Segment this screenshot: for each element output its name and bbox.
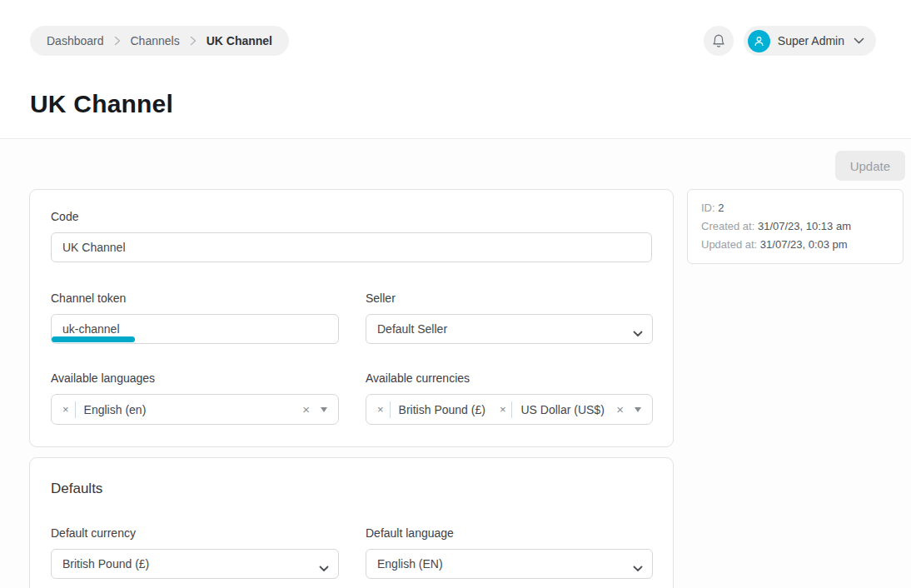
created-at-label: Created at: xyxy=(701,220,754,232)
seller-label: Seller xyxy=(366,290,653,306)
created-at-value: 31/07/23, 10:13 am xyxy=(758,220,851,232)
notifications-button[interactable] xyxy=(704,26,734,56)
clear-all-icon[interactable]: × xyxy=(302,403,310,416)
dropdown-caret-icon[interactable] xyxy=(321,407,327,412)
channel-token-input[interactable] xyxy=(51,314,339,344)
chip-label: US Dollar (US$) xyxy=(512,403,614,416)
defaults-card: Defaults Default currency British Pound … xyxy=(29,457,674,588)
defaults-row: Default currency British Pound (£) Defau… xyxy=(51,525,652,579)
channel-token-input-wrap xyxy=(51,314,339,344)
default-currency-select[interactable]: British Pound (£) xyxy=(51,549,339,579)
available-languages-label: Available languages xyxy=(51,370,339,386)
default-language-label: Default language xyxy=(366,525,653,541)
default-currency-field-group: Default currency British Pound (£) xyxy=(51,525,339,579)
top-bar: Dashboard Channels UK Channel Super Admi… xyxy=(0,0,911,139)
seller-select-wrap: Default Seller xyxy=(366,314,653,344)
user-name: Super Admin xyxy=(778,34,844,47)
breadcrumb: Dashboard Channels UK Channel xyxy=(30,26,289,56)
entity-info-card: ID: 2 Created at: 31/07/23, 10:13 am Upd… xyxy=(687,189,904,264)
top-right-actions: Super Admin xyxy=(704,26,876,56)
id-label: ID: xyxy=(701,202,715,214)
seller-select[interactable]: Default Seller xyxy=(366,314,653,344)
channel-token-label: Channel token xyxy=(51,290,339,306)
seller-field-group: Seller Default Seller xyxy=(366,290,653,344)
default-language-field-group: Default language English (EN) xyxy=(366,525,653,579)
user-menu-button[interactable]: Super Admin xyxy=(744,26,876,56)
user-icon xyxy=(753,35,765,47)
clear-all-icon[interactable]: × xyxy=(616,403,624,416)
created-at-row: Created at: 31/07/23, 10:13 am xyxy=(701,217,889,236)
selected-language-chip: × English (en) xyxy=(58,400,156,420)
chip-label: English (en) xyxy=(76,403,157,416)
multiselect-controls: × xyxy=(302,403,330,416)
token-seller-row: Channel token Seller Default Seller xyxy=(51,290,652,344)
remove-option-icon[interactable]: × xyxy=(495,404,512,415)
updated-at-label: Updated at: xyxy=(701,238,757,251)
updated-at-value: 31/07/23, 0:03 pm xyxy=(760,238,848,251)
available-languages-select[interactable]: × English (en) × xyxy=(51,394,339,425)
chevron-right-icon xyxy=(190,36,197,46)
dropdown-caret-icon[interactable] xyxy=(635,407,641,412)
remove-option-icon[interactable]: × xyxy=(58,404,75,415)
multiselect-controls: × xyxy=(616,403,644,416)
chevron-down-icon xyxy=(854,37,864,45)
entity-id-row: ID: 2 xyxy=(701,199,889,217)
default-currency-select-wrap: British Pound (£) xyxy=(51,549,339,579)
defaults-title: Defaults xyxy=(51,480,652,498)
updated-at-row: Updated at: 31/07/23, 0:03 pm xyxy=(701,236,889,254)
bell-icon xyxy=(711,33,726,48)
id-value: 2 xyxy=(718,202,724,214)
default-language-select[interactable]: English (EN) xyxy=(366,549,653,579)
selected-currency-chip: × British Pound (£) xyxy=(373,400,495,420)
code-input[interactable] xyxy=(51,232,652,262)
channel-form-card: Code Channel token Seller Default Seller xyxy=(29,189,674,447)
available-currencies-field-group: Available currencies × British Pound (£)… xyxy=(366,370,653,425)
channel-token-field-group: Channel token xyxy=(51,290,339,344)
update-button[interactable]: Update xyxy=(835,151,905,181)
chevron-right-icon xyxy=(114,36,121,46)
breadcrumb-channels[interactable]: Channels xyxy=(131,34,180,47)
available-currencies-select[interactable]: × British Pound (£) × US Dollar (US$) × xyxy=(366,394,653,425)
code-field-group: Code xyxy=(51,208,652,262)
selected-currency-chip: × US Dollar (US$) xyxy=(495,400,615,420)
languages-currencies-row: Available languages × English (en) × Ava… xyxy=(51,370,652,425)
page-title: UK Channel xyxy=(30,90,173,118)
remove-option-icon[interactable]: × xyxy=(373,404,390,415)
available-languages-field-group: Available languages × English (en) × xyxy=(51,370,339,425)
available-currencies-label: Available currencies xyxy=(366,370,653,386)
chip-label: British Pound (£) xyxy=(391,403,495,416)
default-language-select-wrap: English (EN) xyxy=(366,549,653,579)
breadcrumb-dashboard[interactable]: Dashboard xyxy=(47,34,104,47)
breadcrumb-current: UK Channel xyxy=(207,34,272,47)
code-label: Code xyxy=(51,208,652,225)
default-currency-label: Default currency xyxy=(51,525,339,541)
avatar xyxy=(748,30,770,52)
